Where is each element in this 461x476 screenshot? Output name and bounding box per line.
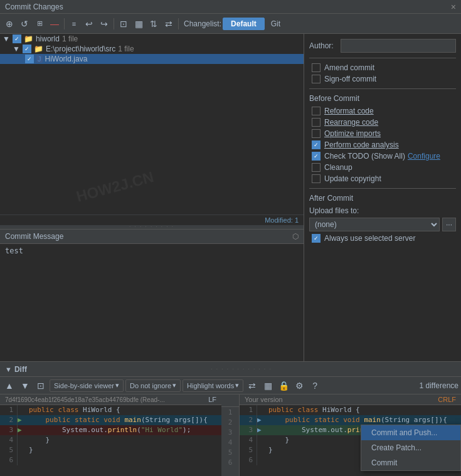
refresh-button[interactable]: ↺	[18, 17, 31, 31]
tree-item-src[interactable]: ▼ 📁 E:\project\hiworld\src 1 file	[0, 44, 304, 54]
line-text: public class HiWorld {	[266, 405, 360, 415]
expand-icon[interactable]: ⬡	[292, 232, 299, 241]
line-arrow	[257, 435, 266, 445]
remove-button[interactable]: —	[48, 17, 61, 31]
line-text: System.out.println("Hi World");	[26, 425, 191, 435]
changelist-dropdown[interactable]: Default	[223, 18, 265, 30]
modified-indicator: Modified: 1	[0, 214, 304, 225]
always-use-checkbox[interactable]	[312, 234, 321, 243]
help-button[interactable]: ?	[308, 379, 322, 392]
cleanup-label[interactable]: Cleanup	[324, 163, 352, 172]
always-use-label[interactable]: Always use selected server	[324, 234, 415, 243]
ignore-label: Do not ignore	[130, 382, 171, 389]
line-arrow	[257, 405, 266, 415]
rearrange-label[interactable]: Rearrange code	[324, 118, 378, 127]
amend-commit-checkbox[interactable]	[312, 63, 321, 72]
code-analysis-checkbox[interactable]	[312, 140, 321, 149]
divider3	[309, 188, 456, 189]
close-button[interactable]: ×	[451, 2, 456, 12]
line-num: 5	[0, 445, 18, 455]
reformat-label[interactable]: Reformat code	[324, 107, 374, 115]
upload-select[interactable]: (none)	[309, 218, 440, 231]
tree-checkbox-src[interactable]	[23, 45, 31, 53]
signoff-commit-checkbox[interactable]	[312, 75, 321, 83]
check-todo-checkbox[interactable]	[312, 152, 321, 161]
tree-checkbox-hiworld[interactable]	[13, 34, 21, 43]
rearrange-row: Rearrange code	[309, 118, 456, 127]
update-copyright-label[interactable]: Update copyright	[324, 174, 381, 183]
view-button[interactable]: ▦	[132, 17, 146, 31]
amend-commit-label[interactable]: Amend commit	[324, 63, 374, 72]
code-analysis-label[interactable]: Perform code analysis	[324, 140, 399, 149]
commit-message-input[interactable]: test	[0, 244, 304, 294]
diff-left-eol: LF	[208, 396, 216, 403]
tree-item-count: 1 file	[62, 34, 78, 43]
diff-button[interactable]: ⊡	[117, 17, 130, 31]
diff-content: 7d4f1690c4eab1f2645de18a7e35acb44769bdfe…	[0, 394, 461, 476]
sort-button[interactable]: ⇅	[147, 17, 161, 31]
tree-checkbox-java[interactable]	[25, 55, 34, 63]
signoff-commit-label[interactable]: Sign-off commit	[324, 75, 376, 83]
commit-and-push-menu-item[interactable]: Commit and Push...	[361, 425, 460, 440]
next-diff-button[interactable]: ▼	[18, 379, 32, 392]
cleanup-row: Cleanup	[309, 163, 456, 172]
line-text: }	[266, 435, 289, 445]
reformat-checkbox[interactable]	[312, 107, 321, 115]
diff-line: 1 public class HiWorld {	[240, 405, 461, 415]
after-commit-title: After Commit	[309, 194, 456, 203]
amend-commit-row: Amend commit	[309, 63, 456, 72]
commit-message-area: Commit Message ⬡ test	[0, 229, 304, 296]
swap-button[interactable]: ⇄	[162, 17, 176, 31]
viewer-chevron: ▾	[115, 381, 119, 389]
diff-left-header: 7d4f1690c4eab1f2645de18a7e35acb44769bdfe…	[0, 394, 221, 405]
collapse-unchanged-button[interactable]: ▦	[261, 379, 275, 392]
sync-scroll-button[interactable]: ⇄	[245, 379, 259, 392]
diff-resize-handle[interactable]: · · · · · · · · · · · ·	[27, 366, 456, 372]
tree-item-hiworld-java[interactable]: J HiWorld.java	[0, 54, 304, 64]
lock-button[interactable]: 🔒	[277, 379, 290, 392]
line-arrow	[18, 445, 26, 455]
optimize-row: Optimize imports	[309, 129, 456, 138]
highlight-dropdown[interactable]: Highlight words ▾	[183, 379, 243, 392]
revert-button[interactable]: ↩	[82, 17, 96, 31]
diff-right-title: Your version	[245, 396, 283, 403]
diff-line: 4 }	[0, 435, 221, 445]
always-use-row: Always use selected server	[309, 234, 456, 243]
viewer-label: Side-by-side viewer	[54, 382, 114, 389]
line-num: 3	[0, 425, 18, 435]
diff-line: 3 ▶ System.out.println("Hi World");	[0, 425, 221, 435]
rearrange-checkbox[interactable]	[312, 118, 321, 127]
signoff-commit-row: Sign-off commit	[309, 75, 456, 83]
move-button[interactable]: ⊞	[33, 17, 46, 31]
author-input[interactable]	[341, 39, 456, 53]
group-button[interactable]: ≡	[67, 17, 81, 31]
diff-center-nums: 1 2 3 4 5 6	[221, 394, 239, 476]
settings-button[interactable]: ⚙	[292, 379, 306, 392]
add-button[interactable]: ⊕	[3, 17, 16, 31]
upload-settings-button[interactable]: ···	[442, 218, 456, 231]
configure-link[interactable]: Configure	[408, 152, 440, 161]
source-diff-button[interactable]: ⊡	[34, 379, 48, 392]
line-text: }	[266, 445, 273, 455]
context-menu: Commit and Push... Create Patch... Commi…	[361, 425, 461, 471]
tree-item-hiworld[interactable]: ▼ 📁 hiworld 1 file	[0, 34, 304, 44]
changelist-label: Changelist:	[184, 19, 221, 28]
line-num: 4	[0, 435, 18, 445]
prev-diff-button[interactable]: ▲	[3, 379, 16, 392]
commit-message-header: Commit Message ⬡	[0, 230, 304, 244]
viewer-dropdown[interactable]: Side-by-side viewer ▾	[50, 379, 124, 392]
ignore-dropdown[interactable]: Do not ignore ▾	[125, 379, 181, 392]
commit-menu-item[interactable]: Commit	[361, 455, 460, 470]
diff-title: Diff	[14, 365, 27, 374]
diff-line: 5 }	[0, 445, 221, 455]
cleanup-checkbox[interactable]	[312, 163, 321, 172]
line-text	[266, 455, 268, 465]
create-patch-menu-item[interactable]: Create Patch...	[361, 440, 460, 455]
redo-button[interactable]: ↪	[97, 17, 111, 31]
check-todo-label[interactable]: Check TODO (Show All)	[324, 152, 405, 161]
update-copyright-checkbox[interactable]	[312, 174, 321, 183]
diff-collapse-icon[interactable]: ▼	[5, 366, 12, 373]
optimize-checkbox[interactable]	[312, 129, 321, 138]
optimize-label[interactable]: Optimize imports	[324, 129, 381, 138]
before-commit-title: Before Commit	[309, 94, 456, 103]
